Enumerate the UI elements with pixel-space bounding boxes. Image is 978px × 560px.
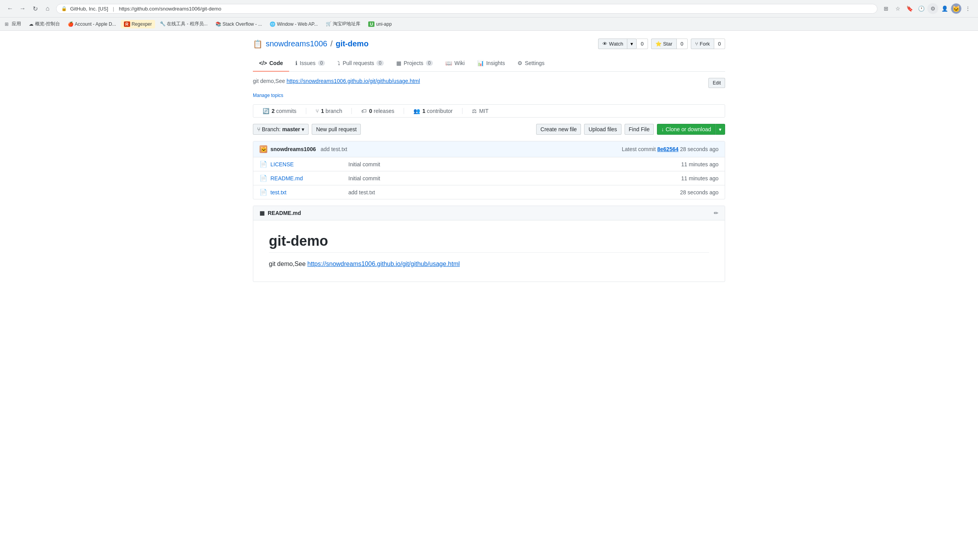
clone-dropdown-button[interactable]: ▾	[715, 124, 725, 135]
projects-badge: 0	[426, 60, 433, 66]
file-time: 11 minutes ago	[681, 161, 718, 167]
repo-title: 📋 snowdreams1006 / git-demo	[253, 39, 369, 49]
bookmark-uniapp[interactable]: U uni-app	[365, 20, 395, 28]
watch-button[interactable]: 👁 Watch	[598, 39, 627, 49]
file-name-link[interactable]: test.txt	[270, 189, 348, 195]
file-commit-message: Initial commit	[348, 175, 681, 181]
bookmark-regexper[interactable]: R Regexper	[121, 20, 155, 28]
clone-group: ↓ Clone or download ▾	[657, 124, 725, 135]
commit-message-text: add test.txt	[321, 146, 347, 152]
bookmark-taobao-ip[interactable]: 🛒 淘宝IP地址库	[323, 19, 364, 29]
clone-or-download-button[interactable]: ↓ Clone or download	[657, 124, 715, 135]
star-count: 0	[677, 39, 688, 49]
bookmark-star-icon[interactable]: ☆	[892, 3, 903, 14]
fork-button[interactable]: ⑂ Fork	[691, 39, 714, 49]
author-name-link[interactable]: snowdreams1006	[270, 146, 316, 152]
repo-toolbar: ⑂ Branch: master ▾ New pull request Crea…	[253, 124, 725, 135]
bookmark-dashboard[interactable]: ☁ 概览-控制台	[26, 19, 63, 29]
bookmarks-bar: ⊞ 应用 ☁ 概览-控制台 🍎 Account - Apple D... R R…	[0, 18, 978, 31]
home-button[interactable]: ⌂	[42, 3, 53, 14]
watch-dropdown[interactable]: ▾	[627, 39, 637, 49]
license-stat[interactable]: ⚖ MIT	[463, 108, 498, 114]
translate-icon[interactable]: ⊞	[881, 3, 891, 14]
commit-hash-link[interactable]: 8e62564	[657, 146, 679, 152]
create-new-file-button[interactable]: Create new file	[536, 124, 581, 135]
readme-content: git-demo git demo,See https://snowdreams…	[253, 220, 725, 282]
bookmark-apps-label: 应用	[12, 21, 21, 27]
star-button[interactable]: ⭐ Star	[651, 39, 677, 49]
tab-code[interactable]: </> Code	[253, 55, 289, 72]
branch-name: master	[282, 126, 300, 132]
file-name-link[interactable]: README.md	[270, 175, 348, 181]
new-pull-request-button[interactable]: New pull request	[312, 124, 361, 135]
lock-icon: 🔒	[61, 6, 67, 11]
branch-chevron-icon: ▾	[302, 126, 304, 132]
more-icon[interactable]: ⋮	[962, 3, 973, 14]
repo-name-link[interactable]: git-demo	[335, 39, 368, 48]
branch-label: Branch:	[262, 126, 281, 132]
repo-header: 📋 snowdreams1006 / git-demo 👁 Watch ▾ 0 …	[253, 39, 725, 49]
contributors-stat[interactable]: 👥 1 contributor	[404, 108, 463, 114]
back-button[interactable]: ←	[5, 3, 16, 14]
pr-badge: 0	[376, 60, 384, 66]
tab-projects[interactable]: ▦ Projects 0	[390, 55, 439, 72]
forward-button[interactable]: →	[17, 3, 28, 14]
apps-icon[interactable]: ⊞	[5, 21, 9, 27]
branches-stat[interactable]: ⑂ 1 branch	[306, 108, 352, 114]
tab-pull-requests[interactable]: ⤵ Pull requests 0	[331, 55, 390, 72]
file-commit-message: Initial commit	[348, 161, 681, 167]
toolbar-left: ⑂ Branch: master ▾ New pull request	[253, 124, 361, 135]
file-name-link[interactable]: LICENSE	[270, 161, 348, 167]
readme-section: ▦ README.md ✏ git-demo git demo,See http…	[253, 206, 725, 282]
commits-stat[interactable]: 🔄 2 commits	[253, 108, 306, 114]
contributors-icon: 👥	[413, 108, 420, 114]
file-icon: 📄	[260, 188, 267, 196]
edit-button[interactable]: Edit	[708, 78, 725, 88]
bookmark-window-web[interactable]: 🌐 Window - Web AP...	[267, 20, 321, 28]
fork-group: ⑂ Fork 0	[691, 39, 725, 49]
find-file-button[interactable]: Find File	[625, 124, 654, 135]
tab-insights[interactable]: 📊 Insights	[471, 55, 511, 72]
issues-badge: 0	[318, 60, 325, 66]
repo-desc-link[interactable]: https://snowdreams1006.github.io/git/git…	[286, 78, 420, 84]
fork-count: 0	[714, 39, 725, 49]
releases-stat[interactable]: 🏷 0 releases	[352, 108, 404, 114]
file-time: 11 minutes ago	[681, 175, 718, 181]
file-time: 28 seconds ago	[680, 189, 718, 195]
readme-body: git demo,See https://snowdreams1006.gith…	[269, 259, 709, 269]
star-group: ⭐ Star 0	[651, 39, 688, 49]
readme-edit-icon[interactable]: ✏	[714, 210, 718, 216]
settings-icon: ⚙	[517, 60, 523, 66]
address-bar[interactable]: 🔒 GitHub, Inc. [US] | https://github.com…	[56, 4, 877, 14]
bookmark-stackoverflow[interactable]: 📚 Stack Overflow - ...	[212, 20, 265, 28]
file-commit-message: add test.txt	[348, 189, 680, 195]
file-icon: 📄	[260, 174, 267, 182]
tab-wiki[interactable]: 📖 Wiki	[439, 55, 471, 72]
security-label: GitHub, Inc. [US]	[70, 6, 108, 12]
insights-icon: 📊	[477, 60, 484, 66]
commit-author: 🐱 snowdreams1006 add test.txt	[260, 145, 347, 153]
upload-files-button[interactable]: Upload files	[584, 124, 621, 135]
bookmark-icon[interactable]: 🔖	[904, 3, 915, 14]
bookmark-apple[interactable]: 🍎 Account - Apple D...	[65, 20, 119, 28]
file-table-header: 🐱 snowdreams1006 add test.txt Latest com…	[253, 141, 725, 157]
extensions-icon[interactable]: ⚙	[927, 3, 938, 14]
profile-icon[interactable]: 👤	[939, 3, 950, 14]
bookmark-online-tools[interactable]: 🔧 在线工具 - 程序员...	[157, 19, 211, 29]
branch-selector[interactable]: ⑂ Branch: master ▾	[253, 124, 309, 135]
fork-icon: ⑂	[695, 41, 698, 47]
repo-owner-link[interactable]: snowdreams1006	[266, 39, 327, 48]
repo-type-icon: 📋	[253, 39, 263, 49]
file-table: 🐱 snowdreams1006 add test.txt Latest com…	[253, 141, 725, 199]
branches-icon: ⑂	[316, 108, 319, 114]
browser-nav-buttons: ← → ↻ ⌂	[5, 3, 53, 14]
readme-title: ▦ README.md	[260, 210, 301, 216]
tab-issues[interactable]: ℹ Issues 0	[289, 55, 331, 72]
tab-settings[interactable]: ⚙ Settings	[511, 55, 551, 72]
manage-topics-link[interactable]: Manage topics	[253, 93, 725, 98]
readme-body-link[interactable]: https://snowdreams1006.github.io/git/git…	[307, 261, 460, 267]
history-icon[interactable]: 🕐	[916, 3, 927, 14]
star-label: Star	[663, 41, 673, 47]
projects-icon: ▦	[396, 60, 401, 66]
reload-button[interactable]: ↻	[30, 3, 41, 14]
